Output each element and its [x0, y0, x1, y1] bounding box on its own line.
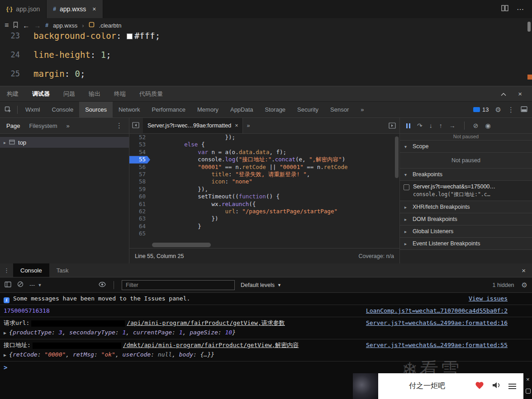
frame-tree-item-top[interactable]: ▸ top	[0, 137, 129, 148]
source-link[interactable]: Server.js?t=wechat&s…2499ae:formatted:55	[366, 341, 508, 350]
source-link[interactable]: View issues	[469, 294, 508, 303]
line-number[interactable]: 63	[129, 215, 150, 222]
panel-tab-5[interactable]: 代码质量	[133, 86, 170, 101]
line-number[interactable]: 57	[129, 171, 150, 178]
file-tab-server-js[interactable]: Server.js?t=wec…99ae:formatted ×	[143, 118, 243, 133]
breakpoint-line-number[interactable]: 55	[129, 156, 150, 163]
devtools-tab-wxml[interactable]: Wxml	[19, 102, 46, 117]
chevron-right-icon[interactable]: ▸	[4, 140, 6, 145]
close-panel-icon[interactable]: ×	[518, 90, 522, 98]
nav-back-icon[interactable]: ←	[23, 22, 29, 29]
devtools-tab-memory[interactable]: Memory	[191, 102, 224, 117]
sidebar-section-xhr-fetch-breakpoints[interactable]: ▸XHR/fetch Breakpoints	[400, 201, 532, 213]
devtools-tab-sources[interactable]: Sources	[79, 102, 113, 117]
file-tab-overflow-icon[interactable]: »	[247, 122, 250, 129]
line-number[interactable]: 56	[129, 164, 150, 171]
dock-side-icon[interactable]	[521, 106, 527, 113]
split-editor-icon[interactable]	[501, 5, 508, 13]
navigator-more-icon[interactable]: ⋮	[116, 122, 123, 130]
menu-icon[interactable]: ≡	[5, 21, 9, 29]
close-widget-icon[interactable]: ×	[526, 376, 530, 382]
source-code-view[interactable]: 52 });53 else {54 var n = a(o.data.data,…	[129, 134, 399, 248]
console-filter-input[interactable]	[122, 280, 235, 290]
sidebar-section-dom-breakpoints[interactable]: ▸DOM Breakpoints	[400, 213, 532, 225]
tab-overflow-icon[interactable]: »	[355, 102, 370, 117]
breakpoint-checkbox[interactable]	[404, 184, 409, 190]
expand-widget-icon[interactable]	[526, 389, 531, 394]
console-settings-icon[interactable]: ⚙	[522, 281, 527, 289]
panel-tab-2[interactable]: 问题	[57, 86, 82, 101]
console-menu-icon[interactable]: ⋮	[0, 267, 13, 274]
devtools-tab-console[interactable]: Console	[46, 102, 80, 117]
close-console-icon[interactable]: ×	[522, 267, 532, 274]
line-number[interactable]: 62	[129, 208, 150, 215]
close-file-tab-icon[interactable]: ×	[235, 122, 238, 129]
line-number[interactable]: 60	[129, 193, 150, 200]
log-levels-selector[interactable]: Default levels▼	[241, 282, 281, 288]
devtools-tab-performance[interactable]: Performance	[146, 102, 191, 117]
line-number[interactable]: 61	[129, 201, 150, 208]
devtools-tab-storage[interactable]: Storage	[259, 102, 292, 117]
step-icon[interactable]: →	[449, 122, 456, 129]
breakpoint-item[interactable]: Server.js?t=wechat&s=175000…console.log(…	[400, 181, 532, 201]
vertical-scrollbar-thumb[interactable]	[395, 136, 399, 178]
video-widget-body[interactable]: 付之一炬吧	[378, 373, 523, 399]
editor-scrollbar-thumb[interactable]	[527, 22, 531, 32]
wxss-editor[interactable]: 23background-color: #fff;24line-height: …	[0, 33, 532, 86]
line-number[interactable]: 54	[129, 149, 150, 156]
line-number[interactable]: 53	[129, 141, 150, 148]
panel-tab-4[interactable]: 终端	[107, 86, 133, 101]
devtools-tab-security[interactable]: Security	[291, 102, 324, 117]
disclosure-triangle-icon[interactable]: ▾	[404, 172, 409, 177]
devtools-more-icon[interactable]: ⋮	[508, 106, 514, 114]
step-into-icon[interactable]: ↓	[429, 122, 432, 129]
devtools-tab-appdata[interactable]: AppData	[224, 102, 259, 117]
issues-badge[interactable]: 13	[473, 106, 489, 113]
pause-on-exceptions-icon[interactable]: ◉	[485, 122, 490, 129]
line-number[interactable]: 65	[129, 230, 150, 237]
editor-tab-app-json[interactable]: {·}app.json	[0, 0, 47, 18]
console-tab-task[interactable]: Task	[49, 263, 76, 277]
object-preview[interactable]: ▶ {productType: 3, secondaryType: 1, cur…	[4, 328, 508, 338]
line-number[interactable]: 58	[129, 178, 150, 185]
bookmark-icon[interactable]	[13, 22, 18, 29]
video-widget[interactable]: 付之一炬吧	[353, 373, 523, 399]
horizontal-scrollbar-thumb[interactable]	[152, 243, 211, 247]
disclosure-triangle-icon[interactable]: ▾	[404, 144, 409, 149]
pause-script-icon[interactable]	[406, 123, 410, 128]
sidebar-section-breakpoints[interactable]: ▾Breakpoints	[400, 169, 532, 181]
clear-console-icon[interactable]	[17, 281, 24, 289]
sidebar-section-event-listener-breakpoints[interactable]: ▸Event Listener Breakpoints	[400, 238, 532, 250]
show-debugger-icon[interactable]	[389, 122, 399, 129]
nav-tab-page[interactable]: Page	[6, 122, 20, 129]
source-link[interactable]: Server.js?t=wechat&s…2499ae:formatted:16	[366, 319, 508, 328]
step-over-icon[interactable]: ↷	[417, 122, 423, 129]
sidebar-section-scope[interactable]: ▾Scope	[400, 141, 532, 153]
expand-triangle-icon[interactable]: ▶	[4, 330, 9, 335]
live-expression-icon[interactable]	[99, 282, 106, 289]
console-tab-console[interactable]: Console	[13, 263, 49, 277]
disclosure-triangle-icon[interactable]: ▸	[404, 217, 409, 222]
disclosure-triangle-icon[interactable]: ▸	[404, 241, 409, 246]
disclosure-triangle-icon[interactable]: ▸	[404, 229, 409, 234]
nav-forward-icon[interactable]: →	[34, 22, 41, 29]
devtools-tab-sensor[interactable]: Sensor	[324, 102, 355, 117]
line-number[interactable]: 52	[129, 134, 150, 141]
expand-triangle-icon[interactable]: ▶	[4, 352, 9, 357]
panel-tab-0[interactable]: 构建	[0, 86, 25, 101]
panel-tab-1[interactable]: 调试器	[25, 86, 57, 101]
more-actions-icon[interactable]: ⋯	[517, 5, 524, 14]
devtools-tab-network[interactable]: Network	[113, 102, 146, 117]
hide-navigator-icon[interactable]	[132, 122, 139, 130]
menu-lines-icon[interactable]	[508, 384, 516, 389]
line-number[interactable]: 59	[129, 186, 150, 193]
deactivate-breakpoints-icon[interactable]: ⊘	[473, 122, 479, 129]
line-number[interactable]: 64	[129, 223, 150, 230]
panel-tab-3[interactable]: 输出	[82, 86, 107, 101]
breadcrumb-symbol[interactable]: .clearbtn	[99, 22, 122, 29]
collapse-panel-icon[interactable]	[501, 90, 506, 98]
js-context-selector[interactable]: ---▼	[29, 282, 93, 288]
speaker-icon[interactable]	[492, 381, 501, 391]
inspect-element-icon[interactable]	[0, 106, 15, 113]
nav-tab-filesystem[interactable]: Filesystem	[29, 122, 57, 129]
